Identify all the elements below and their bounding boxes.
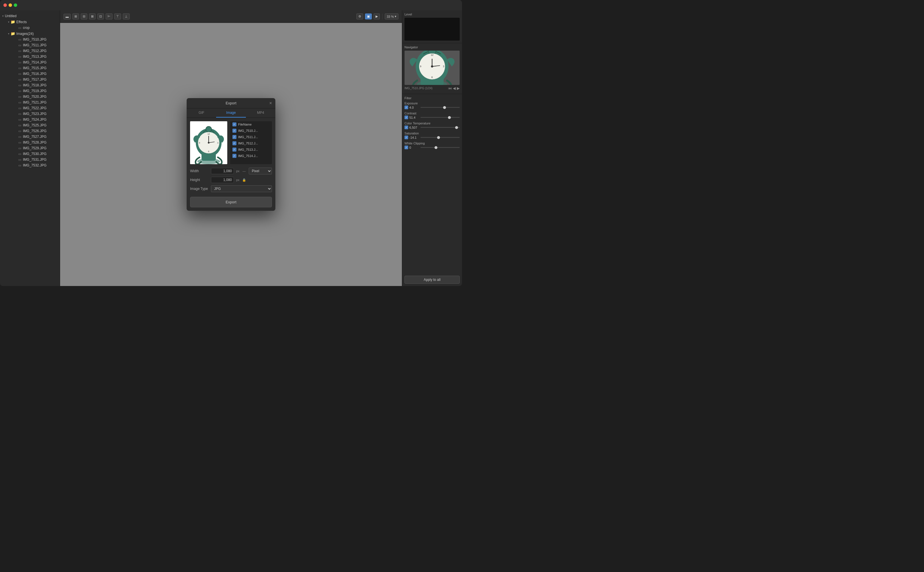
sidebar-files-list: ▭ IMG_7510.JPG ▭ IMG_7511.JPG ▭ IMG_7512… (6, 37, 60, 168)
list-item-22[interactable]: ▭ IMG_7532.JPG (16, 162, 60, 168)
list-item-14[interactable]: ▭ IMG_7524.JPG (16, 117, 60, 123)
white-clipping-row: White Clipping 0 (405, 141, 460, 149)
svg-text:3: 3 (217, 142, 218, 144)
sidebar-section-effects: ▾ 📁 Effects ▭ crop (0, 19, 60, 31)
nav-next-button[interactable]: ▶ (457, 86, 460, 90)
crop-label: crop (23, 26, 30, 30)
apply-to-all-button[interactable]: Apply to all (405, 276, 460, 284)
list-item-13[interactable]: ▭ IMG_7523.JPG (16, 111, 60, 117)
list-item-5[interactable]: ▭ IMG_7515.JPG (16, 65, 60, 71)
nav-prev-button[interactable]: ◀ (453, 86, 456, 90)
navigator-title: Navigator (405, 45, 460, 49)
toolbar-btn-view3[interactable]: ⊟ (81, 14, 87, 19)
list-item-0[interactable]: ▭ IMG_7510.JPG (16, 37, 60, 42)
sidebar-section-images: ▾ 📁 Images(24) ▭ IMG_7510.JPG ▭ IMG_7511… (0, 31, 60, 168)
white-clipping-checkbox[interactable] (405, 146, 408, 149)
nav-first-button[interactable]: ⏮ (448, 86, 452, 90)
file-name-22: IMG_7532.JPG (23, 163, 47, 167)
toolbar-btn-view6[interactable]: ⊢ (106, 14, 112, 19)
file-name-4: IMG_7514.JPG (23, 61, 47, 64)
tab-mp4[interactable]: MP4 (246, 109, 275, 118)
toolbar-btn-view5[interactable]: ⊡ (97, 14, 104, 19)
toolbar-btn-export[interactable]: ⊥ (123, 14, 130, 19)
file-cb-0[interactable] (232, 129, 237, 133)
sidebar-item-crop[interactable]: ▭ crop (16, 25, 60, 31)
saturation-checkbox[interactable] (405, 135, 408, 139)
toolbar-btn-view4[interactable]: ⊠ (89, 14, 96, 19)
list-item-19[interactable]: ▭ IMG_7529.JPG (16, 145, 60, 151)
sidebar-item-images[interactable]: ▾ 📁 Images(24) (6, 31, 60, 37)
export-button[interactable]: Export (190, 197, 272, 207)
list-item-15[interactable]: ▭ IMG_7525.JPG (16, 123, 60, 128)
minimize-button[interactable] (9, 3, 12, 7)
file-cb-1[interactable] (232, 135, 237, 139)
height-input[interactable] (211, 177, 234, 183)
list-item-7[interactable]: ▭ IMG_7517.JPG (16, 77, 60, 82)
close-button[interactable] (3, 3, 7, 7)
file-icon-1: ▭ (18, 44, 21, 47)
toolbar-btn-active[interactable]: ▣ (365, 14, 372, 19)
file-list-item-0[interactable]: IMG_7510.J... (230, 127, 272, 134)
file-cb-3[interactable] (232, 148, 237, 152)
list-item-11[interactable]: ▭ IMG_7521.JPG (16, 99, 60, 105)
contrast-slider[interactable] (421, 117, 460, 118)
list-item-6[interactable]: ▭ IMG_7516.JPG (16, 71, 60, 77)
file-list-header[interactable]: FileName (230, 121, 272, 127)
pixel-select[interactable]: Pixel (249, 168, 272, 174)
svg-text:6: 6 (432, 76, 433, 79)
tab-gif-label: GIF (199, 111, 204, 115)
list-item-8[interactable]: ▭ IMG_7518.JPG (16, 82, 60, 88)
file-list-item-3[interactable]: IMG_7513.J... (230, 146, 272, 153)
exposure-checkbox[interactable] (405, 106, 408, 109)
list-item-20[interactable]: ▭ IMG_7530.JPG (16, 151, 60, 157)
list-item-2[interactable]: ▭ IMG_7512.JPG (16, 48, 60, 54)
file-icon-18: ▭ (18, 141, 21, 145)
toolbar-btn-view1[interactable]: ▬ (64, 14, 71, 19)
file-name-18: IMG_7528.JPG (23, 140, 47, 145)
list-item-4[interactable]: ▭ IMG_7514.JPG (16, 59, 60, 65)
contrast-checkbox[interactable] (405, 115, 408, 119)
file-name-5: IMG_7515.JPG (23, 66, 47, 70)
color-temp-row: Color Temperature 6,507 (405, 121, 460, 129)
width-input[interactable] (211, 168, 234, 174)
toolbar-btn-crop[interactable]: ⊤ (114, 14, 121, 19)
exposure-slider[interactable] (421, 107, 460, 108)
color-temp-checkbox[interactable] (405, 126, 408, 129)
apply-to-all-label: Apply to all (424, 278, 441, 282)
file-cb-2[interactable] (232, 141, 237, 145)
saturation-slider[interactable] (421, 137, 460, 138)
toolbar-zoom-btn[interactable]: 33 % ▾ (385, 14, 399, 19)
tab-image[interactable]: Image (216, 109, 246, 118)
chevron-down-icon3: ▾ (8, 32, 9, 35)
image-type-select[interactable]: JPG (211, 185, 272, 192)
file-item-name-4: IMG_7514.J... (238, 154, 258, 158)
tab-gif[interactable]: GIF (187, 109, 216, 118)
list-item-18[interactable]: ▭ IMG_7528.JPG (16, 140, 60, 145)
toolbar-btn-play[interactable]: ▶ (374, 14, 380, 19)
file-list-item-1[interactable]: IMG_7511.J... (230, 134, 272, 140)
sidebar-item-effects[interactable]: ▾ 📁 Effects (6, 19, 60, 25)
level-title: Level (405, 12, 460, 16)
file-icon-22: ▭ (18, 163, 21, 167)
file-list-item-2[interactable]: IMG_7512.J... (230, 140, 272, 146)
list-item-9[interactable]: ▭ IMG_7519.JPG (16, 88, 60, 94)
dialog-close-button[interactable]: × (270, 101, 272, 106)
list-item-3[interactable]: ▭ IMG_7513.JPG (16, 54, 60, 59)
toolbar-btn-settings[interactable]: ⚙ (356, 14, 363, 19)
list-item-12[interactable]: ▭ IMG_7522.JPG (16, 105, 60, 111)
list-item-16[interactable]: ▭ IMG_7526.JPG (16, 128, 60, 134)
list-item-10[interactable]: ▭ IMG_7520.JPG (16, 94, 60, 99)
list-item-1[interactable]: ▭ IMG_7511.JPG (16, 42, 60, 48)
color-temp-slider[interactable] (421, 127, 460, 128)
list-item-21[interactable]: ▭ IMG_7531.JPG (16, 157, 60, 162)
sidebar-item-untitled[interactable]: ▾ Untitled (0, 13, 60, 19)
file-icon-2: ▭ (18, 49, 21, 53)
toolbar-btn-view2[interactable]: ⊞ (72, 14, 79, 19)
dialog-overlay: Export × GIF Image MP4 (60, 23, 402, 286)
maximize-button[interactable] (14, 3, 17, 7)
list-item-17[interactable]: ▭ IMG_7527.JPG (16, 134, 60, 140)
filename-checkbox[interactable] (232, 123, 237, 126)
file-cb-4[interactable] (232, 154, 237, 158)
white-clipping-slider[interactable] (421, 147, 460, 148)
file-list-item-4[interactable]: IMG_7514.J... (230, 153, 272, 159)
